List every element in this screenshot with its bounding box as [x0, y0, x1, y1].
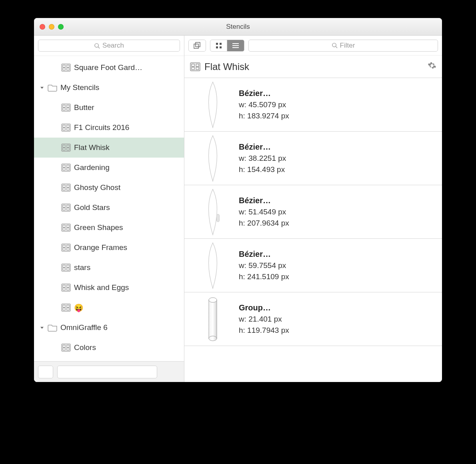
- stencil-icon: [61, 124, 71, 132]
- svg-rect-55: [63, 288, 65, 290]
- stencil-icon: [61, 224, 71, 232]
- sidebar-item-label: Gold Stars: [74, 203, 110, 212]
- svg-rect-38: [63, 225, 65, 227]
- svg-rect-29: [67, 185, 69, 187]
- sidebar-item-label: Flat Whisk: [74, 143, 110, 152]
- window-controls: [34, 24, 64, 30]
- stencil-tree: Square Foot Gard…My StencilsButterF1 Cir…: [34, 56, 184, 361]
- shape-width: w: 38.2251 px: [239, 154, 286, 163]
- stencil-icon: [61, 184, 71, 192]
- svg-rect-30: [63, 188, 65, 190]
- sidebar-item[interactable]: Square Foot Gard…: [34, 58, 184, 78]
- sidebar-item[interactable]: Green Shapes: [34, 218, 184, 238]
- svg-rect-82: [196, 67, 199, 70]
- whisk-loop-icon: [205, 81, 221, 128]
- disclosure-triangle[interactable]: [40, 325, 44, 330]
- sidebar-item[interactable]: F1 Circuits 2016: [34, 118, 184, 138]
- sidebar-item[interactable]: Flat Whisk: [34, 138, 184, 158]
- shape-preview: [195, 242, 231, 290]
- disclosure-triangle[interactable]: [40, 85, 44, 90]
- content-area: Search Square Foot Gard…My StencilsButte…: [34, 36, 442, 382]
- window-title: Stencils: [34, 23, 442, 31]
- close-window-button[interactable]: [40, 24, 45, 30]
- gear-icon: [428, 61, 436, 70]
- minimize-window-button[interactable]: [49, 24, 54, 30]
- svg-rect-65: [63, 348, 65, 350]
- filter-input[interactable]: Filter: [248, 40, 438, 52]
- folder-icon: [48, 324, 57, 332]
- sidebar-item[interactable]: Orange Frames: [34, 238, 184, 258]
- sidebar-item[interactable]: Gardening: [34, 158, 184, 178]
- svg-point-76: [332, 43, 336, 47]
- svg-rect-48: [63, 265, 65, 267]
- svg-rect-46: [67, 248, 69, 250]
- sidebar-item[interactable]: Whisk and Eggs: [34, 278, 184, 298]
- stencil-shape-row[interactable]: Bézier…w: 38.2251 pxh: 154.493 px: [184, 132, 442, 185]
- shape-width: w: 21.401 px: [239, 315, 289, 324]
- svg-rect-67: [194, 44, 198, 48]
- stencil-icon: [61, 244, 71, 252]
- svg-line-1: [98, 47, 100, 48]
- sidebar-footer: [34, 361, 184, 382]
- cylinder-icon: [208, 297, 218, 342]
- svg-rect-33: [63, 205, 65, 207]
- stencil-shape-row[interactable]: Bézier…w: 59.7554 pxh: 241.5109 px: [184, 239, 442, 292]
- svg-rect-59: [67, 305, 69, 307]
- sidebar-folder[interactable]: My Stencils: [34, 78, 184, 98]
- main-panel: Filter Flat Whisk Bézier…w: 45.5079 pxh:: [184, 36, 442, 382]
- svg-rect-21: [67, 148, 69, 150]
- stenciltown-button[interactable]: [189, 40, 206, 51]
- stencil-icon: [61, 304, 71, 312]
- svg-rect-8: [63, 105, 65, 107]
- view-list-button[interactable]: [227, 40, 244, 51]
- shape-name: Bézier…: [239, 142, 286, 152]
- view-grid-button[interactable]: [210, 40, 227, 51]
- zoom-window-button[interactable]: [58, 24, 64, 30]
- drag-well-wide[interactable]: [57, 366, 157, 378]
- svg-rect-20: [63, 148, 65, 150]
- drag-well-small[interactable]: [38, 366, 53, 378]
- svg-rect-4: [67, 65, 69, 67]
- svg-rect-26: [67, 168, 69, 170]
- stenciltown-icon: [194, 42, 201, 49]
- sidebar-toolbar: Search: [34, 36, 184, 56]
- search-placeholder: Search: [102, 42, 124, 50]
- pane-resize-handle[interactable]: [216, 214, 220, 222]
- shape-preview: [195, 188, 231, 236]
- svg-rect-63: [63, 345, 65, 347]
- svg-rect-70: [220, 43, 222, 45]
- sidebar-item[interactable]: Gold Stars: [34, 198, 184, 218]
- filter-placeholder: Filter: [340, 42, 355, 50]
- stencil-icon: [190, 62, 200, 71]
- sidebar-item-label: stars: [74, 263, 90, 272]
- sidebar-item-label: Green Shapes: [74, 223, 123, 232]
- stencil-icon: [61, 204, 71, 212]
- svg-rect-61: [67, 308, 69, 310]
- stencil-shape-row[interactable]: Group…w: 21.401 pxh: 119.7943 px: [184, 292, 442, 346]
- sidebar-item[interactable]: stars: [34, 258, 184, 278]
- sidebar-folder[interactable]: OmniGraffle 6: [34, 318, 184, 338]
- svg-rect-54: [67, 285, 69, 287]
- sidebar-item[interactable]: Colors: [34, 338, 184, 358]
- svg-point-85: [209, 336, 217, 341]
- stencil-shape-row[interactable]: Bézier…w: 45.5079 pxh: 183.9274 px: [184, 78, 442, 132]
- list-icon: [232, 43, 239, 48]
- svg-rect-66: [67, 348, 69, 350]
- sidebar-item-label: Ghosty Ghost: [74, 183, 120, 192]
- sidebar-item-label: Orange Frames: [74, 243, 127, 252]
- stencil-icon: [61, 164, 71, 172]
- svg-rect-13: [63, 125, 65, 127]
- search-input[interactable]: Search: [38, 40, 180, 52]
- svg-rect-39: [67, 225, 69, 227]
- stencil-shape-row[interactable]: Bézier…w: 51.4549 pxh: 207.9634 px: [184, 185, 442, 239]
- shape-info: Bézier…w: 45.5079 pxh: 183.9274 px: [239, 89, 289, 120]
- svg-rect-36: [67, 208, 69, 210]
- stencil-icon: [61, 264, 71, 272]
- sidebar-item[interactable]: Ghosty Ghost: [34, 178, 184, 198]
- svg-rect-45: [63, 248, 65, 250]
- stencil-settings-button[interactable]: [428, 61, 436, 72]
- shape-height: h: 183.9274 px: [239, 112, 289, 120]
- shape-info: Bézier…w: 38.2251 pxh: 154.493 px: [239, 142, 286, 174]
- sidebar-item[interactable]: 😝: [34, 298, 184, 318]
- sidebar-item[interactable]: Butter: [34, 98, 184, 118]
